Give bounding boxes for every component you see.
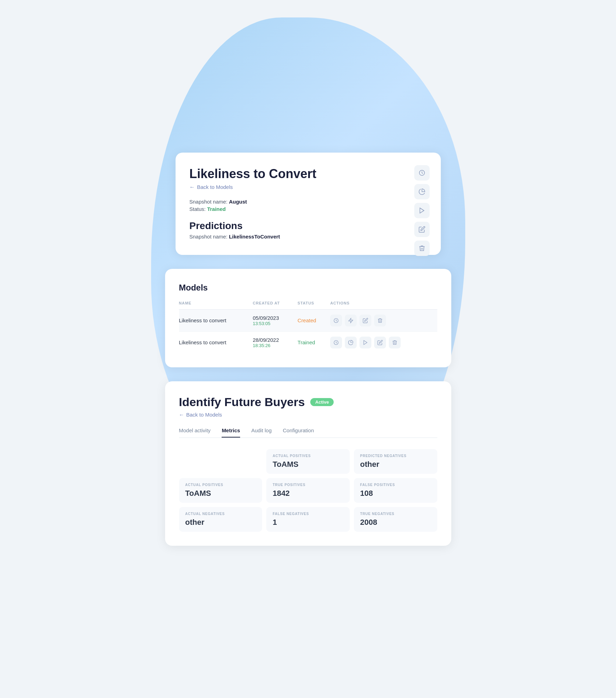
row2-trash-btn[interactable]: [389, 337, 401, 348]
metric-label-2-0: ACTUAL NEGATIVES: [185, 512, 256, 516]
card1-back-link[interactable]: ← Back to Models: [190, 184, 406, 190]
row2-clock-btn[interactable]: [330, 337, 342, 348]
metric-value-1-0: ToAMS: [185, 489, 256, 498]
svg-marker-3: [349, 318, 353, 323]
metric-label-0-1: ACTUAL POSITIVES: [273, 454, 343, 458]
card3-title: Identify Future Buyers: [179, 395, 305, 409]
metric-label-1-0: ACTUAL POSITIVES: [185, 483, 256, 487]
row1-status: Created: [298, 309, 331, 331]
row2-action-icons: [330, 337, 433, 348]
trash-icon-btn[interactable]: [414, 241, 430, 256]
card1-predictions-snapshot-value: LikelinessToConvert: [229, 234, 280, 240]
row2-pie-btn[interactable]: [345, 337, 357, 348]
pie-chart-icon: [418, 188, 425, 195]
metric-value-0-2: other: [360, 460, 431, 469]
tab-audit-log[interactable]: Audit log: [251, 427, 272, 438]
row2-status-value: Trained: [298, 339, 315, 345]
card1-snapshot-value: August: [229, 199, 247, 205]
metric-label-1-1: TRUE POSITIVES: [273, 483, 343, 487]
row1-bolt-btn[interactable]: [345, 315, 357, 326]
metric-actual-positives-row1: ACTUAL POSITIVES ToAMS: [179, 478, 262, 503]
card1-predictions-title: Predictions: [190, 220, 406, 232]
tab-metrics[interactable]: Metrics: [222, 427, 240, 438]
table-row: Likeliness to convert 05/09/2023 13:53:0…: [179, 309, 437, 331]
clock-icon-btn[interactable]: [414, 165, 430, 181]
col-created-at: Created At: [253, 298, 297, 310]
row2-actions: [330, 331, 437, 353]
metric-actual-negatives: ACTUAL NEGATIVES other: [179, 507, 262, 532]
card3-header: Identify Future Buyers Active: [179, 395, 437, 409]
future-buyers-card: Identify Future Buyers Active ← Back to …: [165, 381, 451, 546]
row1-name: Likeliness to convert: [179, 309, 253, 331]
row2-time-value: 18:35:26: [253, 343, 293, 348]
active-badge: Active: [310, 398, 334, 406]
pie-chart-icon: [348, 340, 354, 345]
metric-value-1-2: 108: [360, 489, 431, 498]
pie-icon-btn[interactable]: [414, 184, 430, 199]
row2-status: Trained: [298, 331, 331, 353]
card1-back-label: Back to Models: [197, 184, 233, 190]
col-name: Name: [179, 298, 253, 310]
card1-predictions-snapshot-row: Snapshot name: LikelinessToConvert: [190, 234, 406, 240]
tabs-row: Model activity Metrics Audit log Configu…: [179, 427, 437, 438]
card1-snapshot-row: Snapshot name: August: [190, 199, 406, 205]
tab-model-activity[interactable]: Model activity: [179, 427, 211, 438]
row1-date-value: 05/09/2023: [253, 315, 293, 321]
models-table: Name Created At Status Actions Likelines…: [179, 298, 437, 353]
cards-container: Likeliness to Convert ← Back to Models S…: [151, 125, 465, 574]
svg-marker-5: [364, 340, 367, 345]
row2-edit-btn[interactable]: [374, 337, 386, 348]
trash-icon: [377, 318, 383, 323]
row1-trash-btn[interactable]: [374, 315, 386, 326]
metric-value-2-0: other: [185, 518, 256, 527]
tab-configuration[interactable]: Configuration: [283, 427, 314, 438]
edit-icon-btn[interactable]: [414, 222, 430, 237]
likeliness-card: Likeliness to Convert ← Back to Models S…: [176, 153, 441, 255]
row1-time-value: 13:53:05: [253, 321, 293, 326]
edit-icon: [377, 340, 383, 345]
metric-empty-0-0: [179, 449, 262, 474]
row1-status-value: Created: [298, 317, 316, 323]
play-icon: [418, 207, 425, 214]
card3-back-arrow-icon: ←: [179, 412, 184, 418]
table-header-row: Name Created At Status Actions: [179, 298, 437, 310]
row1-date: 05/09/2023 13:53:05: [253, 309, 297, 331]
models-card: Models Name Created At Status Actions Li…: [165, 269, 451, 367]
row2-play-btn[interactable]: [359, 337, 371, 348]
card1-title: Likeliness to Convert: [190, 167, 406, 181]
row2-date-value: 28/09/2022: [253, 337, 293, 343]
metrics-grid: ACTUAL POSITIVES ToAMS PREDICTED NEGATIV…: [179, 449, 437, 532]
card1-back-arrow-icon: ←: [190, 184, 195, 190]
play-icon-btn[interactable]: [414, 203, 430, 218]
trash-icon: [418, 245, 425, 252]
metric-false-negatives: FALSE NEGATIVES 1: [266, 507, 350, 532]
metric-value-2-1: 1: [273, 518, 343, 527]
row1-edit-btn[interactable]: [359, 315, 371, 326]
metric-predicted-negatives-header: PREDICTED NEGATIVES other: [354, 449, 437, 474]
col-actions: Actions: [330, 298, 437, 310]
clock-icon: [418, 169, 425, 176]
metric-value-2-2: 2008: [360, 518, 431, 527]
clock-icon: [333, 340, 339, 345]
metric-actual-positives-header: ACTUAL POSITIVES ToAMS: [266, 449, 350, 474]
card1-status-row: Status: Trained: [190, 206, 406, 212]
row1-clock-btn[interactable]: [330, 315, 342, 326]
edit-icon: [418, 226, 425, 233]
card3-back-link[interactable]: ← Back to Models: [179, 412, 437, 418]
metric-value-0-1: ToAMS: [273, 460, 343, 469]
card1-status-value: Trained: [207, 206, 225, 212]
row1-actions: [330, 309, 437, 331]
row2-date: 28/09/2022 18:35:26: [253, 331, 297, 353]
row1-action-icons: [330, 315, 433, 326]
card1-predictions-snapshot-label: Snapshot name:: [190, 234, 228, 240]
trash-icon: [392, 340, 398, 345]
table-row: Likeliness to convert 28/09/2022 18:35:2…: [179, 331, 437, 353]
metric-value-1-1: 1842: [273, 489, 343, 498]
metric-true-positives: TRUE POSITIVES 1842: [266, 478, 350, 503]
card1-status-label: Status:: [190, 206, 206, 212]
bolt-icon: [348, 318, 354, 323]
card1-snapshot-label: Snapshot name:: [190, 199, 228, 205]
edit-icon: [363, 318, 368, 323]
row2-name: Likeliness to convert: [179, 331, 253, 353]
metric-true-negatives: TRUE NEGATIVES 2008: [354, 507, 437, 532]
